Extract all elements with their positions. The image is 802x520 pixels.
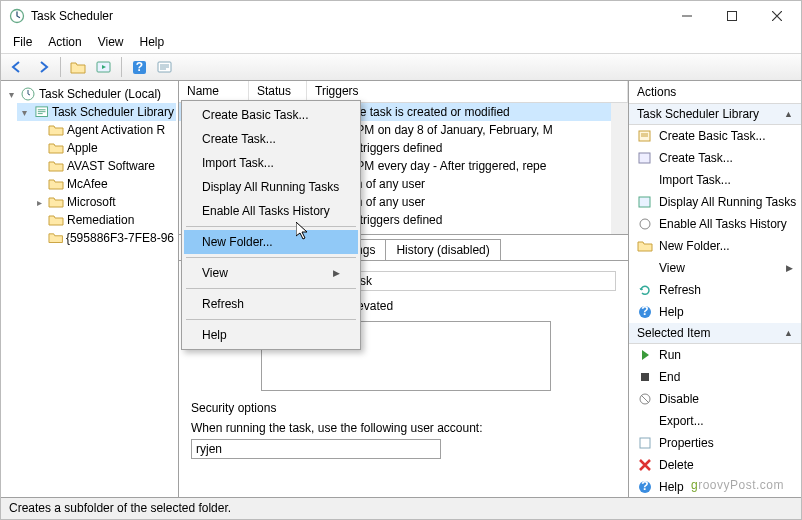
action-import-task[interactable]: Import Task... xyxy=(629,169,801,191)
action-export[interactable]: Export... xyxy=(629,410,801,432)
folder-icon xyxy=(48,158,64,174)
action-refresh[interactable]: Refresh xyxy=(629,279,801,301)
expand-icon[interactable]: ▸ xyxy=(33,197,45,208)
ctx-refresh[interactable]: Refresh xyxy=(184,292,358,316)
toolbar: ? xyxy=(1,53,801,81)
menu-action[interactable]: Action xyxy=(40,33,89,51)
action-delete[interactable]: Delete xyxy=(629,454,801,476)
play-icon xyxy=(637,347,653,363)
action-help-2[interactable]: ?Help xyxy=(629,476,801,497)
export-icon xyxy=(637,413,653,429)
action-run[interactable]: Run xyxy=(629,344,801,366)
tree-item-label: McAfee xyxy=(67,177,108,191)
action-help[interactable]: ?Help xyxy=(629,301,801,323)
action-new-folder[interactable]: New Folder... xyxy=(629,235,801,257)
tree-folder[interactable]: Remediation xyxy=(31,211,176,229)
action-display-running[interactable]: Display All Running Tasks xyxy=(629,191,801,213)
col-name[interactable]: Name xyxy=(179,81,249,102)
ctx-separator xyxy=(186,226,356,227)
tree-item-label: {595886F3-7FE8-96 xyxy=(66,231,174,245)
tree-folder[interactable]: ▸Microsoft xyxy=(31,193,176,211)
action-create-task[interactable]: Create Task... xyxy=(629,147,801,169)
col-triggers[interactable]: Triggers xyxy=(307,81,628,102)
help-icon: ? xyxy=(637,304,653,320)
tree-folder[interactable]: Apple xyxy=(31,139,176,157)
folder-icon xyxy=(48,122,64,138)
collapse-icon: ▲ xyxy=(784,328,793,338)
tree-root[interactable]: ▾ Task Scheduler (Local) xyxy=(3,85,176,103)
tree-folder[interactable]: AVAST Software xyxy=(31,157,176,175)
import-icon xyxy=(637,172,653,188)
action-disable[interactable]: Disable xyxy=(629,388,801,410)
action-enable-history[interactable]: Enable All Tasks History xyxy=(629,213,801,235)
action-end[interactable]: End xyxy=(629,366,801,388)
menu-view[interactable]: View xyxy=(90,33,132,51)
help-icon[interactable]: ? xyxy=(127,56,151,78)
tree-folder[interactable]: Agent Activation R xyxy=(31,121,176,139)
action-create-basic-task[interactable]: Create Basic Task... xyxy=(629,125,801,147)
ctx-create-task[interactable]: Create Task... xyxy=(184,127,358,151)
tree-folder[interactable]: McAfee xyxy=(31,175,176,193)
ctx-separator xyxy=(186,319,356,320)
stop-icon xyxy=(637,369,653,385)
tree-item-label: AVAST Software xyxy=(67,159,155,173)
actions-group-selected[interactable]: Selected Item ▲ xyxy=(629,323,801,344)
actions-header: Actions xyxy=(629,81,801,104)
toolbar-separator xyxy=(60,57,61,77)
titlebar: Task Scheduler xyxy=(1,1,801,31)
tree-item-label: Apple xyxy=(67,141,98,155)
tab-history[interactable]: History (disabled) xyxy=(385,239,500,260)
disable-icon xyxy=(637,391,653,407)
tree-folder[interactable]: {595886F3-7FE8-96 xyxy=(31,229,176,247)
actions-pane: Actions Task Scheduler Library ▲ Create … xyxy=(629,81,801,497)
minimize-button[interactable] xyxy=(664,2,709,31)
ctx-create-basic-task[interactable]: Create Basic Task... xyxy=(184,103,358,127)
run-task-icon[interactable] xyxy=(92,56,116,78)
refresh-icon xyxy=(637,282,653,298)
app-icon xyxy=(9,8,25,24)
security-account-value: ryjen xyxy=(191,439,441,459)
collapse-icon[interactable]: ▾ xyxy=(19,107,31,118)
folder-icon[interactable] xyxy=(66,56,90,78)
vertical-scrollbar[interactable] xyxy=(611,103,628,234)
new-folder-icon xyxy=(637,238,653,254)
security-account-text: When running the task, use the following… xyxy=(191,421,616,435)
tree-item-label: Microsoft xyxy=(67,195,116,209)
back-button[interactable] xyxy=(5,56,29,78)
context-menu: Create Basic Task... Create Task... Impo… xyxy=(181,100,361,350)
col-status[interactable]: Status xyxy=(249,81,307,102)
svg-rect-10 xyxy=(639,197,650,207)
menu-file[interactable]: File xyxy=(5,33,40,51)
library-icon xyxy=(34,104,49,120)
tree-library[interactable]: ▾ Task Scheduler Library xyxy=(17,103,176,121)
history-icon xyxy=(637,216,653,232)
close-button[interactable] xyxy=(754,2,799,31)
properties-icon[interactable] xyxy=(153,56,177,78)
forward-button[interactable] xyxy=(31,56,55,78)
status-text: Creates a subfolder of the selected fold… xyxy=(9,501,231,515)
collapse-icon: ▲ xyxy=(784,109,793,119)
folder-icon xyxy=(48,230,63,246)
menubar: File Action View Help xyxy=(1,31,801,53)
wizard-icon xyxy=(637,128,653,144)
menu-help[interactable]: Help xyxy=(132,33,173,51)
tree-library-label: Task Scheduler Library xyxy=(52,105,174,119)
collapse-icon[interactable]: ▾ xyxy=(5,89,17,100)
svg-rect-16 xyxy=(640,438,650,448)
maximize-button[interactable] xyxy=(709,2,754,31)
action-properties[interactable]: Properties xyxy=(629,432,801,454)
properties-icon xyxy=(637,435,653,451)
svg-rect-14 xyxy=(641,373,649,381)
main-area: ▾ Task Scheduler (Local) ▾ Task Schedule… xyxy=(1,81,801,497)
action-view[interactable]: View▶ xyxy=(629,257,801,279)
tree-pane: ▾ Task Scheduler (Local) ▾ Task Schedule… xyxy=(1,81,179,497)
ctx-view[interactable]: View▶ xyxy=(184,261,358,285)
actions-group-library[interactable]: Task Scheduler Library ▲ xyxy=(629,104,801,125)
ctx-new-folder[interactable]: New Folder... xyxy=(184,230,358,254)
ctx-help[interactable]: Help xyxy=(184,323,358,347)
ctx-enable-history[interactable]: Enable All Tasks History xyxy=(184,199,358,223)
ctx-display-running[interactable]: Display All Running Tasks xyxy=(184,175,358,199)
clock-icon xyxy=(20,86,36,102)
svg-text:?: ? xyxy=(135,60,142,74)
ctx-import-task[interactable]: Import Task... xyxy=(184,151,358,175)
